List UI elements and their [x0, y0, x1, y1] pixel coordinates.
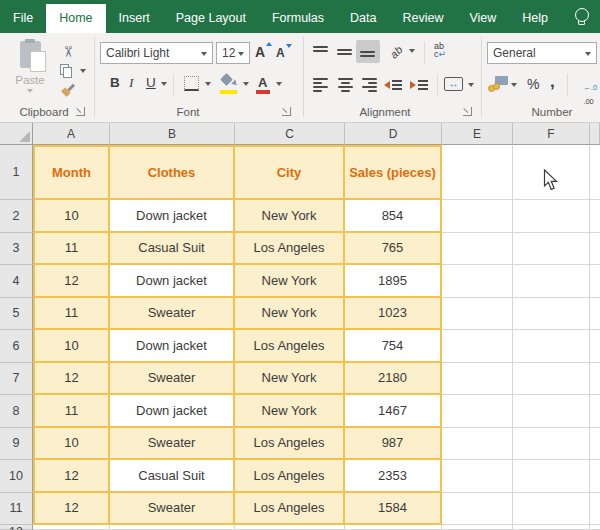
font-size-dropdown-arrow[interactable]: [238, 52, 244, 56]
cell[interactable]: [590, 363, 600, 396]
cell-C3[interactable]: Los Angeles: [235, 233, 345, 266]
decrease-indent-button[interactable]: [384, 78, 402, 92]
cell[interactable]: [442, 460, 513, 493]
merge-center-dropdown-arrow[interactable]: [468, 83, 474, 87]
cell[interactable]: [513, 525, 590, 530]
cell[interactable]: [442, 525, 513, 530]
cell-F1[interactable]: [513, 145, 590, 200]
cell-D9[interactable]: 987: [345, 428, 442, 461]
cell-C1[interactable]: City: [235, 145, 345, 200]
cell-D1[interactable]: Sales (pieces): [345, 145, 442, 200]
cell-B7[interactable]: Sweater: [110, 363, 235, 396]
cell[interactable]: [110, 525, 235, 530]
cell[interactable]: [513, 330, 590, 363]
copy-dropdown-arrow[interactable]: [80, 69, 86, 73]
cell[interactable]: [235, 525, 345, 530]
row-header-3[interactable]: 3: [0, 233, 33, 266]
row-header-9[interactable]: 9: [0, 428, 33, 461]
italic-button[interactable]: I: [129, 75, 134, 91]
cell-B5[interactable]: Sweater: [110, 298, 235, 331]
align-center-button[interactable]: [337, 78, 353, 92]
cell-A3[interactable]: 11: [33, 233, 110, 266]
cell-B6[interactable]: Down jacket: [110, 330, 235, 363]
row-header-11[interactable]: 11: [0, 493, 33, 526]
cell[interactable]: [590, 493, 600, 526]
cell[interactable]: [442, 428, 513, 461]
increase-decimal-button[interactable]: ←.0 .00: [575, 77, 597, 112]
cell-D2[interactable]: 854: [345, 200, 442, 233]
cell-C5[interactable]: New York: [235, 298, 345, 331]
cell[interactable]: [590, 395, 600, 428]
column-header-B[interactable]: B: [110, 123, 235, 145]
cell[interactable]: [590, 200, 600, 233]
number-format-dropdown-arrow[interactable]: [585, 52, 591, 56]
cell-A7[interactable]: 12: [33, 363, 110, 396]
cell[interactable]: [442, 330, 513, 363]
cell[interactable]: [513, 395, 590, 428]
cell[interactable]: [590, 233, 600, 266]
cell-B9[interactable]: Sweater: [110, 428, 235, 461]
paste-button[interactable]: Paste: [6, 38, 54, 100]
cell-B1[interactable]: Clothes: [110, 145, 235, 200]
shrink-font-button[interactable]: A: [276, 46, 285, 60]
cell-C7[interactable]: New York: [235, 363, 345, 396]
cell-A11[interactable]: 12: [33, 493, 110, 526]
tab-review[interactable]: Review: [389, 4, 456, 33]
cell[interactable]: [513, 233, 590, 266]
underline-dropdown-arrow[interactable]: [161, 82, 167, 86]
cell-D4[interactable]: 1895: [345, 265, 442, 298]
font-size-combobox[interactable]: 12: [216, 42, 250, 64]
lightbulb-icon[interactable]: [575, 8, 589, 22]
row-header-5[interactable]: 5: [0, 298, 33, 331]
borders-button[interactable]: [184, 76, 199, 91]
cell-A10[interactable]: 12: [33, 460, 110, 493]
accounting-format-button[interactable]: [488, 76, 508, 92]
merge-center-button[interactable]: ↔: [444, 77, 463, 91]
format-painter-button[interactable]: [57, 79, 80, 102]
underline-button[interactable]: U: [146, 75, 156, 90]
cell-B11[interactable]: Sweater: [110, 493, 235, 526]
cell-D6[interactable]: 754: [345, 330, 442, 363]
cell-A6[interactable]: 10: [33, 330, 110, 363]
cell[interactable]: [442, 265, 513, 298]
wrap-text-button[interactable]: ab c↵: [434, 42, 456, 58]
cell[interactable]: [590, 525, 600, 530]
cell[interactable]: [590, 460, 600, 493]
cell-D10[interactable]: 2353: [345, 460, 442, 493]
cell-C10[interactable]: Los Angeles: [235, 460, 345, 493]
font-name-combobox[interactable]: Calibri Light: [100, 42, 213, 64]
cell-D5[interactable]: 1023: [345, 298, 442, 331]
borders-dropdown-arrow[interactable]: [205, 82, 211, 86]
column-header-partial[interactable]: [590, 123, 600, 145]
align-right-button[interactable]: [361, 78, 377, 92]
cell[interactable]: [590, 145, 600, 200]
row-header-10[interactable]: 10: [0, 460, 33, 493]
cell-A2[interactable]: 10: [33, 200, 110, 233]
cell[interactable]: [590, 330, 600, 363]
cell[interactable]: [442, 395, 513, 428]
row-header-4[interactable]: 4: [0, 265, 33, 298]
font-color-dropdown-arrow[interactable]: [276, 82, 282, 86]
cell-E1[interactable]: [442, 145, 513, 200]
cell[interactable]: [442, 200, 513, 233]
cell[interactable]: [590, 265, 600, 298]
cell-B4[interactable]: Down jacket: [110, 265, 235, 298]
comma-style-button[interactable]: ,: [550, 77, 555, 87]
cell-D7[interactable]: 2180: [345, 363, 442, 396]
row-header-1[interactable]: 1: [0, 145, 33, 200]
select-all-corner[interactable]: [0, 123, 33, 145]
fill-color-button[interactable]: [220, 75, 238, 91]
copy-button[interactable]: [60, 64, 73, 79]
tab-formulas[interactable]: Formulas: [259, 4, 337, 33]
cell-A8[interactable]: 11: [33, 395, 110, 428]
orientation-dropdown-arrow[interactable]: [409, 49, 415, 53]
cut-button[interactable]: ✂: [59, 46, 77, 59]
cell[interactable]: [590, 428, 600, 461]
cell-D3[interactable]: 765: [345, 233, 442, 266]
alignment-dialog-launcher[interactable]: [463, 107, 472, 116]
cell[interactable]: [590, 298, 600, 331]
column-header-E[interactable]: E: [442, 123, 513, 145]
row-header-8[interactable]: 8: [0, 395, 33, 428]
cell-B8[interactable]: Down jacket: [110, 395, 235, 428]
font-color-button[interactable]: A: [258, 75, 267, 90]
